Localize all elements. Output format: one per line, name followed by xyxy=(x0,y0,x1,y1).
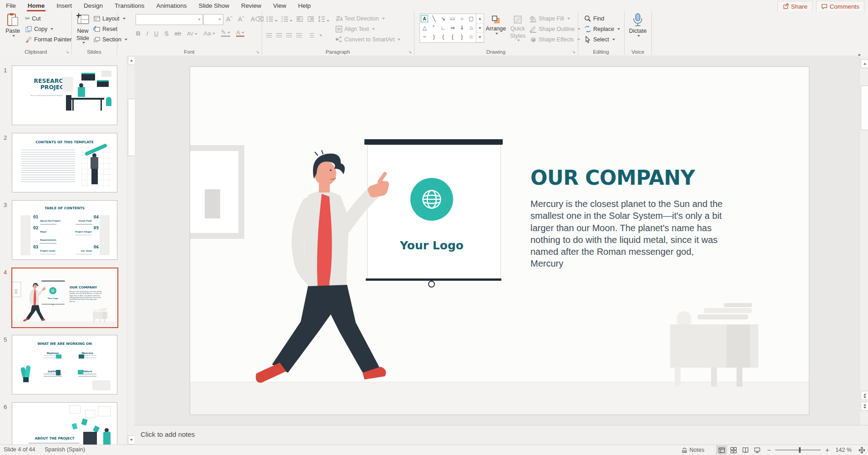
language-indicator[interactable]: Spanish (Spain) xyxy=(45,446,85,453)
left-brace-shape[interactable]: { xyxy=(448,32,458,41)
menu-tab-insert[interactable]: Insert xyxy=(50,0,78,11)
justify-button[interactable] xyxy=(296,33,302,37)
quick-styles-button[interactable]: Quick Styles xyxy=(508,15,528,41)
line-spacing-button[interactable] xyxy=(318,16,329,24)
slide-thumbnail-6[interactable]: ABOUT THE PROJECT xyxy=(12,402,117,445)
textbox-shape[interactable]: A xyxy=(421,15,428,22)
scribble-shape[interactable]: ~ xyxy=(420,32,429,41)
shape-gallery-up[interactable] xyxy=(476,14,483,24)
slide-thumbnail-3[interactable]: TABLE OF CONTENTS 01About the Project 02… xyxy=(12,200,117,260)
shrink-font-button[interactable]: Aˇ xyxy=(238,14,244,24)
text-highlight-button[interactable]: ✎ xyxy=(221,30,230,37)
rounded-rectangle-shape[interactable]: ▢ xyxy=(467,14,476,23)
line-shape[interactable]: ╲ xyxy=(429,14,439,23)
main-scrollbar[interactable] xyxy=(859,56,868,425)
curve-shape[interactable]: ( xyxy=(439,32,448,41)
elbow-connector-shape[interactable]: ⌜ xyxy=(429,23,439,32)
shape-gallery-down[interactable] xyxy=(476,24,483,33)
character-spacing-button[interactable]: AV xyxy=(187,31,197,36)
drawing-dialog-launcher[interactable]: ↘ xyxy=(572,50,575,54)
triangle-shape[interactable]: △ xyxy=(420,23,429,32)
replace-button[interactable]: Replace xyxy=(584,24,620,34)
logo-placeholder-text[interactable]: Your Logo xyxy=(386,239,477,252)
zoom-slider-thumb[interactable] xyxy=(799,447,801,453)
menu-tab-help[interactable]: Help xyxy=(292,0,317,11)
projector-screen-top-bar[interactable] xyxy=(364,139,503,145)
menu-tab-review[interactable]: Review xyxy=(235,0,267,11)
slide-sorter-view-button[interactable] xyxy=(728,445,739,455)
right-brace-shape[interactable]: } xyxy=(457,32,467,41)
share-button[interactable]: Share xyxy=(777,1,812,12)
wall-picture-frame[interactable] xyxy=(190,145,244,239)
bullets-button[interactable] xyxy=(266,16,278,24)
bold-button[interactable]: B xyxy=(136,30,141,37)
shape-outline-button[interactable]: Shape Outline xyxy=(530,24,580,34)
format-painter-button[interactable]: Format Painter xyxy=(25,35,72,44)
shape-gallery[interactable]: A ╲ ↘ ▭ ○ ▢ △ ⌜ ∟ ⇒ ⇓ ⌂ ~ ) ( { } xyxy=(419,14,484,43)
thumbnail-scroll-up[interactable] xyxy=(128,56,135,65)
thumbnail-scroll-down[interactable] xyxy=(128,435,135,445)
paragraph-dialog-launcher[interactable]: ↘ xyxy=(408,50,412,54)
grow-font-button[interactable]: Aˆ xyxy=(226,14,232,24)
menu-tab-file[interactable]: File xyxy=(0,0,22,11)
thumbnail-scroll-thumb[interactable] xyxy=(128,99,135,156)
slide-thumbnail-2[interactable]: CONTENTS OF THIS TEMPLATE xyxy=(12,133,117,192)
slide-body-text[interactable]: Mercury is the closest planet to the Sun… xyxy=(530,198,758,270)
down-arrow-shape[interactable]: ⇓ xyxy=(457,23,467,32)
oval-shape[interactable]: ○ xyxy=(457,14,467,23)
slide-thumbnail-5[interactable]: WHAT WE ARE WORKING ON Neptune Mercury J… xyxy=(12,335,117,394)
cut-button[interactable]: ✂ Cut xyxy=(25,14,40,23)
copy-button[interactable]: Copy xyxy=(25,24,53,34)
slide-title[interactable]: OUR COMPANY xyxy=(530,166,695,189)
menu-tab-view[interactable]: View xyxy=(267,0,292,11)
select-button[interactable]: Select xyxy=(584,35,615,44)
font-dialog-launcher[interactable]: ↘ xyxy=(256,50,259,54)
comments-button[interactable]: Comments xyxy=(816,1,864,12)
font-name-combo[interactable] xyxy=(136,14,203,25)
arrange-button[interactable]: Arrange xyxy=(485,15,507,35)
logo-circle[interactable] xyxy=(410,178,453,221)
menu-tab-design[interactable]: Design xyxy=(78,0,109,11)
menu-tab-transitions[interactable]: Transitions xyxy=(109,0,151,11)
fit-slide-button[interactable] xyxy=(856,445,867,455)
paste-button[interactable]: Paste xyxy=(3,13,23,37)
convert-to-smartart-button[interactable]: Convert to SmartArt xyxy=(335,35,400,44)
menu-tab-home[interactable]: Home xyxy=(22,0,51,11)
previous-slide-button[interactable] xyxy=(861,391,868,400)
presenter-illustration[interactable] xyxy=(250,150,392,388)
zoom-level[interactable]: 142 % xyxy=(836,447,852,453)
thumbnail-scrollbar[interactable] xyxy=(127,56,135,445)
decrease-indent-button[interactable] xyxy=(296,16,303,24)
shape-effects-button[interactable]: Shape Effects xyxy=(530,35,580,44)
underline-button[interactable]: U xyxy=(154,30,159,37)
increase-indent-button[interactable] xyxy=(307,16,314,24)
zoom-out-button[interactable]: − xyxy=(767,446,771,454)
next-slide-button[interactable] xyxy=(861,402,868,411)
text-shadow-button[interactable]: S xyxy=(164,30,168,37)
right-arrow-shape[interactable]: ⇒ xyxy=(448,23,458,32)
elbow-arrow-shape[interactable]: ∟ xyxy=(439,23,448,32)
align-text-button[interactable]: Align Text xyxy=(335,24,375,34)
collapse-ribbon-button[interactable] xyxy=(858,46,861,54)
align-right-button[interactable] xyxy=(286,33,292,37)
slide-canvas[interactable]: Your Logo OUR COMPANY Mercury is the clo… xyxy=(190,66,809,415)
clipboard-dialog-launcher[interactable]: ↘ xyxy=(66,50,69,54)
shape-gallery-more[interactable] xyxy=(476,33,483,42)
text-direction-button[interactable]: Text Direction xyxy=(335,14,385,23)
notes-toggle-button[interactable]: Notes xyxy=(681,447,705,454)
notes-placeholder[interactable]: Click to add notes xyxy=(141,430,195,438)
notes-pane[interactable]: Click to add notes xyxy=(135,425,868,445)
star-shape[interactable]: ☆ xyxy=(467,32,476,41)
strikethrough-button[interactable]: ab xyxy=(174,30,181,37)
slide-thumbnail-4-selected[interactable]: Your Logo OUR COMPANY Mercury is the clo… xyxy=(11,268,118,328)
numbering-button[interactable] xyxy=(281,16,293,24)
menu-tab-slideshow[interactable]: Slide Show xyxy=(192,0,235,11)
align-left-button[interactable] xyxy=(266,33,272,37)
shape-fill-button[interactable]: Shape Fill xyxy=(530,14,570,23)
rectangle-shape[interactable]: ▭ xyxy=(448,14,458,23)
slideshow-view-button[interactable] xyxy=(752,445,762,455)
columns-button[interactable] xyxy=(310,33,314,37)
italic-button[interactable]: I xyxy=(146,30,148,37)
zoom-slider[interactable] xyxy=(775,450,821,450)
font-color-button[interactable]: A xyxy=(236,30,244,37)
